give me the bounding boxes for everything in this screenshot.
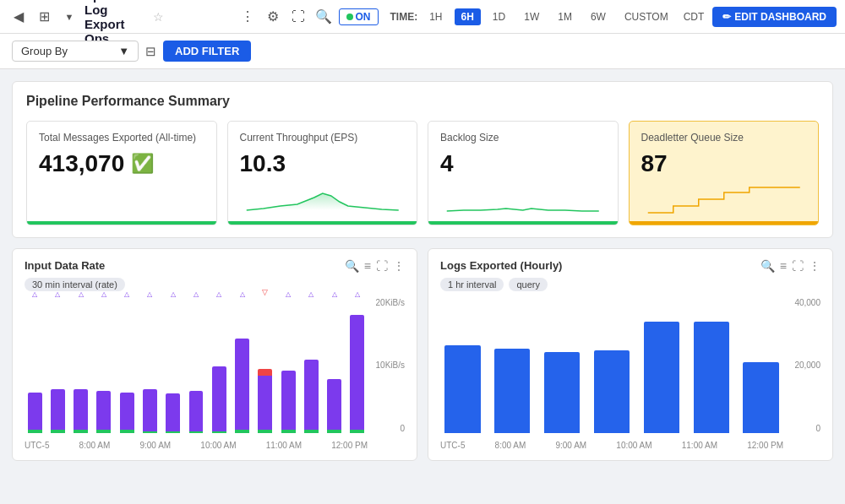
time-1d[interactable]: 1D bbox=[486, 8, 512, 25]
metric-value-backlog: 4 bbox=[440, 150, 606, 177]
logs-exported-panel: Logs Exported (Hourly) 🔍 ≡ ⛶ ⋮ 1 hr inte… bbox=[428, 248, 833, 461]
metric-card-throughput: Current Throughput (EPS) 10.3 bbox=[227, 121, 418, 225]
bar-group-0: △ bbox=[25, 298, 45, 433]
input-bars: △ △ △ △ bbox=[25, 298, 368, 433]
logs-bar-2 bbox=[540, 298, 585, 433]
logs-bar-6 bbox=[739, 298, 783, 433]
metric-value-deadletter: 87 bbox=[641, 150, 807, 177]
bar-group-9: △ bbox=[232, 298, 252, 433]
logs-bars bbox=[440, 298, 783, 433]
bottom-bar-total bbox=[27, 221, 216, 225]
bar-group-6: △ bbox=[163, 298, 183, 433]
chart-header-input: Input Data Rate 🔍 ≡ ⛶ ⋮ bbox=[25, 259, 405, 273]
logs-chart-title: Logs Exported (Hourly) bbox=[440, 259, 760, 272]
logs-tag-interval: 1 hr interval bbox=[440, 278, 504, 291]
on-button[interactable]: ON bbox=[339, 8, 379, 25]
gear-icon[interactable]: ⚙ bbox=[263, 7, 283, 27]
bar-group-2: △ bbox=[71, 298, 91, 433]
bar-group-14: △ bbox=[347, 298, 368, 433]
star-icon[interactable]: ☆ bbox=[153, 10, 164, 24]
more-chart-icon[interactable]: ⋮ bbox=[393, 259, 405, 273]
time-label: TIME: bbox=[390, 11, 418, 23]
filter-icon[interactable]: ⊟ bbox=[145, 44, 156, 59]
back-button[interactable]: ◀ bbox=[8, 7, 29, 27]
summary-section: Pipeline Performance Summary Total Messa… bbox=[12, 81, 833, 238]
metric-label-total: Total Messages Exported (All-time) bbox=[39, 132, 204, 145]
input-data-rate-panel: Input Data Rate 🔍 ≡ ⛶ ⋮ 30 min interval … bbox=[12, 248, 417, 461]
logs-bar-3 bbox=[590, 298, 635, 433]
cdt-label: CDT bbox=[680, 11, 708, 23]
logs-x-labels: UTC-5 8:00 AM 9:00 AM 10:00 AM 11:00 AM … bbox=[440, 441, 783, 450]
search-icon[interactable]: 🔍 bbox=[313, 7, 334, 27]
check-icon: ✅ bbox=[131, 153, 154, 175]
input-tag-interval: 30 min interval (rate) bbox=[25, 278, 125, 291]
logs-chart-area: 40,000 20,000 0 bbox=[440, 298, 820, 450]
on-label: ON bbox=[356, 11, 371, 23]
bar-group-10: ▽ bbox=[255, 298, 275, 433]
metric-label-backlog: Backlog Size bbox=[440, 132, 606, 145]
input-y-labels: 20KiB/s 10KiB/s 0 bbox=[368, 298, 405, 433]
bottom-bar-backlog bbox=[428, 221, 618, 225]
logs-bar-1 bbox=[490, 298, 535, 433]
metric-value-total: 413,070 ✅ bbox=[39, 150, 204, 177]
metric-cards: Total Messages Exported (All-time) 413,0… bbox=[26, 121, 819, 225]
bottom-bar-deadletter bbox=[630, 221, 819, 225]
logs-bar-4 bbox=[639, 298, 684, 433]
bar-group-1: △ bbox=[47, 298, 68, 433]
logs-y-labels: 40,000 20,000 0 bbox=[783, 298, 820, 433]
logs-bar-5 bbox=[689, 298, 733, 433]
time-1h[interactable]: 1H bbox=[422, 8, 449, 25]
time-6w[interactable]: 6W bbox=[584, 8, 613, 25]
bar-group-8: △ bbox=[209, 298, 229, 433]
deadletter-mini-chart bbox=[641, 181, 807, 214]
time-1w[interactable]: 1W bbox=[517, 8, 546, 25]
edit-dashboard-button[interactable]: ✏ EDIT DASHBOARD bbox=[712, 7, 837, 27]
filter-lines-icon[interactable]: ≡ bbox=[364, 259, 371, 273]
chevron-down-icon: ▼ bbox=[118, 45, 129, 57]
zoom-icon-logs[interactable]: 🔍 bbox=[760, 259, 775, 273]
input-chart-title: Input Data Rate bbox=[25, 259, 345, 272]
main-content: Pipeline Performance Summary Total Messa… bbox=[0, 69, 845, 473]
expand-icon[interactable]: ⛶ bbox=[288, 7, 308, 27]
more-icon[interactable]: ⋮ bbox=[237, 7, 258, 27]
bar-group-11: △ bbox=[278, 298, 298, 433]
bar-group-7: △ bbox=[186, 298, 206, 433]
edit-icon: ✏ bbox=[722, 11, 731, 23]
group-by-dropdown[interactable]: Group By ▼ bbox=[12, 41, 139, 62]
expand-chart-icon-logs[interactable]: ⛶ bbox=[792, 259, 804, 273]
more-chart-icon-logs[interactable]: ⋮ bbox=[809, 259, 820, 273]
bar-group-13: △ bbox=[324, 298, 344, 433]
time-6h[interactable]: 6H bbox=[455, 8, 481, 25]
add-filter-button[interactable]: ADD FILTER bbox=[163, 41, 251, 62]
metric-label-throughput: Current Throughput (EPS) bbox=[240, 132, 406, 145]
metric-card-backlog: Backlog Size 4 bbox=[428, 121, 619, 225]
time-custom[interactable]: CUSTOM bbox=[618, 8, 675, 25]
metric-card-total-messages: Total Messages Exported (All-time) 413,0… bbox=[26, 121, 217, 225]
chart-header-logs: Logs Exported (Hourly) 🔍 ≡ ⛶ ⋮ bbox=[440, 259, 820, 273]
input-x-labels: UTC-5 8:00 AM 9:00 AM 10:00 AM 11:00 AM … bbox=[25, 441, 368, 450]
dropdown-icon[interactable]: ▼ bbox=[59, 7, 79, 27]
zoom-icon[interactable]: 🔍 bbox=[345, 259, 359, 273]
logs-tag-query: query bbox=[509, 278, 548, 291]
bottom-bar-throughput bbox=[228, 221, 417, 225]
on-indicator bbox=[346, 14, 353, 20]
bar-group-3: △ bbox=[94, 298, 114, 433]
input-chart-actions: 🔍 ≡ ⛶ ⋮ bbox=[345, 259, 405, 273]
logs-chart-actions: 🔍 ≡ ⛶ ⋮ bbox=[760, 259, 820, 273]
bar-group-12: △ bbox=[301, 298, 321, 433]
expand-chart-icon[interactable]: ⛶ bbox=[376, 259, 388, 273]
filter-lines-icon-logs[interactable]: ≡ bbox=[780, 259, 787, 273]
backlog-mini-chart bbox=[440, 181, 606, 214]
input-chart-area: 20KiB/s 10KiB/s 0 △ △ bbox=[25, 298, 405, 450]
logs-chart-tags: 1 hr interval query bbox=[440, 278, 820, 291]
metric-card-deadletter: Deadletter Queue Size 87 bbox=[629, 121, 820, 225]
input-chart-tags: 30 min interval (rate) bbox=[25, 278, 405, 291]
edit-label: EDIT DASHBOARD bbox=[734, 11, 826, 23]
page-title: Splunk Log Export Ops bbox=[84, 0, 148, 46]
throughput-mini-chart bbox=[240, 181, 406, 214]
time-1m[interactable]: 1M bbox=[551, 8, 579, 25]
bar-group-4: △ bbox=[117, 298, 137, 433]
section-title: Pipeline Performance Summary bbox=[26, 94, 819, 109]
charts-row: Input Data Rate 🔍 ≡ ⛶ ⋮ 30 min interval … bbox=[12, 248, 833, 461]
grid-icon[interactable]: ⊞ bbox=[34, 7, 54, 27]
